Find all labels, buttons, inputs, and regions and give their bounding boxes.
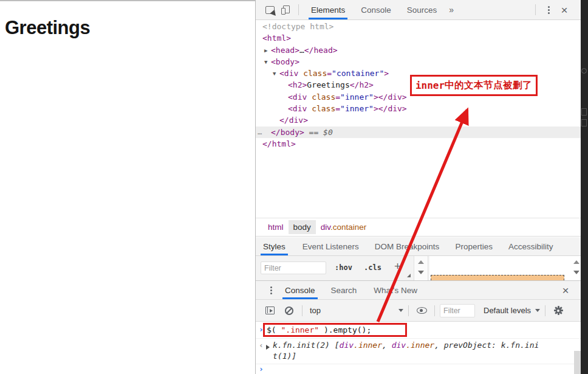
breadcrumb-item[interactable]: div.container [316, 220, 372, 234]
drawer-close-button[interactable]: × [558, 282, 573, 298]
code-segment: … [299, 46, 304, 55]
devtools-close-button[interactable]: × [556, 2, 572, 18]
code-segment: > [384, 69, 389, 78]
drawer-menu-button[interactable] [263, 282, 279, 298]
tree-row[interactable]: ▼<body> [256, 56, 581, 68]
devtools-main-toolbar: Elements Console Sources » × [256, 0, 581, 20]
tree-row[interactable]: </div> [256, 114, 581, 126]
device-toolbar-icon [281, 5, 290, 15]
toolbar-divider [302, 305, 303, 316]
styles-tab-bar: Styles Event Listeners DOM Breakpoints P… [256, 237, 581, 256]
expand-triangle-icon[interactable]: ▶ [264, 45, 271, 57]
toolbar-divider [434, 305, 435, 316]
expand-triangle-icon[interactable]: ▼ [264, 57, 271, 68]
console-drawer: Console Search What's New × [256, 280, 581, 374]
tab-styles[interactable]: Styles [259, 237, 289, 255]
inspect-element-button[interactable] [262, 2, 278, 18]
tree-row[interactable]: </html> [256, 138, 581, 150]
create-live-expression-button[interactable] [414, 303, 429, 319]
code-segment: .inner [354, 341, 382, 350]
console-messages: › $( ".inner" ).empty(); ‹ k.fn.init(2) … [256, 322, 581, 374]
toggle-class-button[interactable]: .cls [364, 263, 381, 272]
background-icon [581, 68, 587, 74]
code-segment: k.fn.init(2) [ [273, 341, 340, 350]
console-toolbar: top Default levels [256, 300, 581, 322]
tab-accessibility[interactable]: Accessibility [505, 237, 557, 255]
console-command-row[interactable]: › $( ".inner" ).empty(); [256, 322, 581, 339]
code-segment: class [298, 69, 327, 78]
code-segment: <!doctype html> [262, 22, 333, 31]
box-model-margin [431, 275, 564, 280]
code-segment: ></div> [374, 104, 407, 113]
breadcrumb-item[interactable]: html [263, 220, 289, 234]
expand-triangle-icon[interactable]: ▼ [273, 68, 279, 80]
code-segment: <html> [262, 33, 291, 43]
code-segment: <div [288, 104, 307, 113]
page-heading: Greetings [5, 17, 90, 39]
code-segment: ></div> [374, 92, 407, 102]
computed-pane [429, 256, 581, 280]
tab-sources[interactable]: Sources [403, 0, 441, 19]
clear-console-button[interactable] [281, 303, 297, 319]
code-segment: .container [330, 223, 366, 232]
code-segment: <body> [271, 57, 299, 66]
annotation-text-zh: 中的文本节点被删了 [445, 79, 532, 92]
tab-dom-breakpoints[interactable]: DOM Breakpoints [371, 237, 443, 255]
tree-row[interactable]: ▶<head>…</head> [256, 44, 581, 56]
console-result-row[interactable]: ‹ k.fn.init(2) [div.inner, div.inner, pr… [256, 339, 581, 364]
kebab-menu-icon [548, 6, 550, 14]
console-filter-input[interactable] [440, 304, 475, 317]
code-segment: </h2> [350, 80, 374, 89]
log-levels-dropdown[interactable]: Default levels [484, 306, 540, 315]
breadcrumb: htmlbodydiv.container [256, 218, 581, 237]
console-prompt-row[interactable]: › [256, 364, 581, 374]
code-segment: $( [267, 325, 281, 334]
computed-scrollbar[interactable] [572, 256, 581, 280]
resize-corner-icon [407, 274, 411, 277]
more-tabs-button[interactable]: » [445, 0, 456, 19]
tree-row[interactable]: …</body> == $0 [256, 126, 581, 138]
drawer-tab-search[interactable]: Search [327, 281, 361, 299]
tab-elements[interactable]: Elements [307, 0, 349, 19]
new-style-rule-button[interactable]: + [394, 260, 401, 273]
expand-triangle-icon[interactable] [266, 345, 270, 350]
page-top-divider [0, 0, 255, 1]
eye-icon [417, 307, 427, 314]
console-settings-button[interactable] [550, 303, 566, 319]
code-segment: <div [279, 69, 298, 78]
command-highlight-box: $( ".inner" ).empty(); [263, 323, 407, 337]
drawer-tab-console[interactable]: Console [281, 281, 319, 299]
drawer-tab-whats-new[interactable]: What's New [370, 281, 421, 299]
javascript-context-dropdown[interactable]: top [307, 306, 403, 315]
code-segment: </div> [279, 116, 308, 125]
styles-scrollbar[interactable] [414, 256, 428, 280]
code-segment: div [340, 341, 354, 350]
code-segment: <h2> [288, 80, 307, 89]
close-icon: × [561, 4, 567, 16]
code-segment: = [335, 104, 340, 113]
tab-event-listeners[interactable]: Event Listeners [299, 237, 363, 255]
styles-filter-input[interactable] [261, 261, 326, 274]
toolbar-divider [545, 305, 545, 316]
tab-console[interactable]: Console [357, 0, 395, 19]
toggle-hover-state-button[interactable]: :hov [335, 263, 352, 272]
background-icon [581, 119, 587, 126]
gear-icon [553, 305, 564, 316]
tab-properties[interactable]: Properties [451, 237, 496, 255]
code-segment: .inner [406, 341, 434, 350]
code-segment: html [268, 223, 284, 232]
scroll-up-icon [418, 260, 424, 264]
tree-row[interactable]: <html> [256, 32, 581, 44]
breadcrumb-item[interactable]: body [289, 220, 316, 234]
result-return-icon: ‹ [259, 341, 264, 350]
device-toolbar-button[interactable] [278, 2, 293, 18]
devtools-menu-button[interactable] [541, 2, 556, 18]
row-overflow-dots: … [258, 126, 262, 138]
code-segment: , [382, 341, 392, 350]
tree-row[interactable]: <!doctype html> [256, 21, 581, 32]
devtools-panel: Elements Console Sources » × <!doctype h… [255, 0, 581, 374]
screenshot-root: Greetings Elements Console Sources [0, 0, 588, 374]
show-console-sidebar-button[interactable] [262, 303, 278, 319]
tree-row[interactable]: <div class="inner"></div> [256, 103, 581, 114]
code-segment: "inner" [340, 104, 374, 113]
